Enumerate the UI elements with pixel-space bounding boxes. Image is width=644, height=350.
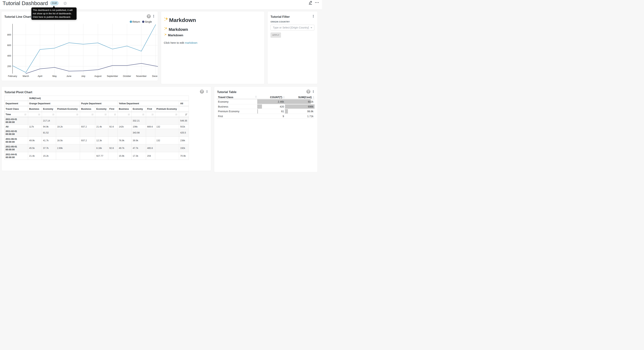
svg-text:800: 800	[7, 34, 11, 36]
svg-text:October: October	[123, 75, 131, 78]
svg-text:May: May	[52, 75, 57, 78]
svg-text:November: November	[136, 75, 146, 78]
svg-text:September: September	[107, 75, 118, 78]
svg-text:Return: Return	[132, 20, 140, 23]
svg-text:400: 400	[7, 54, 11, 57]
svg-text:Single: Single	[145, 20, 152, 23]
svg-text:February: February	[8, 75, 17, 78]
svg-text:April: April	[38, 75, 42, 78]
svg-text:August: August	[94, 75, 102, 78]
svg-text:June: June	[66, 75, 71, 78]
svg-text:600: 600	[7, 44, 11, 46]
svg-text:July: July	[81, 75, 86, 78]
svg-text:Dece: Dece	[152, 75, 157, 78]
svg-text:March: March	[23, 75, 29, 78]
svg-text:200: 200	[7, 65, 11, 68]
